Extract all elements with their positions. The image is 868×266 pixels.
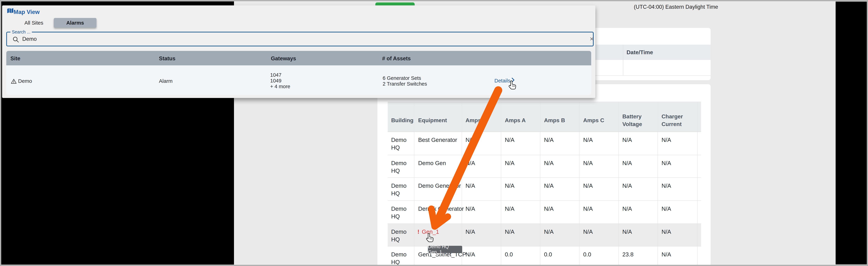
value-cell: N/A xyxy=(622,205,632,213)
value-cell: 0.0 xyxy=(505,251,513,258)
equipment-col-header: Equipment xyxy=(418,116,465,124)
col-gateways: Gateways xyxy=(271,55,296,62)
value-cell: N/A xyxy=(466,159,475,167)
value-cell: N/A xyxy=(505,205,515,213)
warning-triangle-icon xyxy=(11,78,17,84)
datetime-column-header: Date/Time xyxy=(626,49,653,56)
column-divider xyxy=(618,102,619,266)
details-link[interactable]: Details xyxy=(494,78,510,84)
column-divider xyxy=(540,102,540,266)
building-cell: Demo HQ xyxy=(391,159,411,175)
equipment-cell[interactable]: Derrick Generator xyxy=(418,205,464,213)
equipment-col-header: Amps A xyxy=(505,116,540,124)
row-divider xyxy=(388,201,701,201)
search-field: Search ... ✕ xyxy=(6,32,594,46)
value-cell: N/A xyxy=(466,251,475,258)
value-cell: N/A xyxy=(622,228,632,236)
value-cell: N/A xyxy=(544,136,554,144)
value-cell: N/A xyxy=(544,159,554,167)
black-window-right xyxy=(836,2,867,264)
value-cell: N/A xyxy=(544,205,554,213)
value-cell: N/A xyxy=(661,159,671,167)
datetime-column-divider xyxy=(623,45,623,75)
value-cell: N/A xyxy=(661,182,671,190)
tooltip: Demo HQ Gen_1 xyxy=(428,246,462,253)
value-cell: 23.8 xyxy=(622,251,633,258)
value-cell: N/A xyxy=(466,205,475,213)
screenshot-root: (UTC-04:00) Eastern Daylight Time Buildi… xyxy=(0,0,868,266)
col-status: Status xyxy=(159,55,176,62)
sites-table-header xyxy=(6,51,591,65)
equipment-col-header: Amps C xyxy=(583,116,618,124)
search-field-label: Search ... xyxy=(10,29,32,34)
equipment-cell[interactable]: !Gen_1 xyxy=(417,228,439,236)
column-divider xyxy=(579,102,580,266)
value-cell: N/A xyxy=(622,159,632,167)
timezone-label: (UTC-04:00) Eastern Daylight Time xyxy=(634,4,718,10)
value-cell: 0.0 xyxy=(583,251,591,258)
site-assets: 6 Generator Sets 2 Transfer Switches xyxy=(383,75,427,87)
equipment-col-header: Amps xyxy=(466,116,500,124)
building-cell: Demo HQ xyxy=(391,205,411,220)
value-cell: N/A xyxy=(466,228,475,236)
value-cell: N/A xyxy=(466,182,475,190)
building-cell: Demo HQ xyxy=(391,228,411,243)
value-cell: N/A xyxy=(661,136,671,144)
clear-search-icon[interactable]: ✕ xyxy=(588,35,595,43)
value-cell: N/A xyxy=(544,182,554,190)
row-divider xyxy=(388,178,701,178)
value-cell: N/A xyxy=(505,182,515,190)
value-cell: N/A xyxy=(583,228,593,236)
search-icon xyxy=(12,36,20,43)
value-cell: N/A xyxy=(661,205,671,213)
value-cell: N/A xyxy=(622,182,632,190)
tab-alarms[interactable]: Alarms xyxy=(54,18,96,28)
search-input[interactable] xyxy=(22,34,562,44)
value-cell: N/A xyxy=(661,251,671,258)
building-cell: Demo HQ xyxy=(391,182,411,197)
site-gateways: 1047 1049 + 4 more xyxy=(270,72,290,89)
value-cell: N/A xyxy=(583,182,593,190)
value-cell: N/A xyxy=(622,136,632,144)
column-divider xyxy=(414,102,414,266)
value-cell: N/A xyxy=(466,136,475,144)
equipment-cell[interactable]: Demo Generator xyxy=(418,182,461,190)
building-cell: Demo HQ xyxy=(391,136,411,152)
column-divider xyxy=(462,102,462,266)
column-divider xyxy=(501,102,501,266)
equipment-cell[interactable]: Demo Gen xyxy=(418,159,446,167)
equipment-col-header: Charger Current xyxy=(661,113,690,128)
column-divider xyxy=(697,102,698,266)
row-divider xyxy=(388,223,701,224)
value-cell: N/A xyxy=(583,136,593,144)
equipment-col-header: Amps B xyxy=(544,116,579,124)
chevron-right-icon[interactable] xyxy=(511,77,515,83)
sites-table-card: Site Status Gateways # of Assets Demo Al… xyxy=(6,51,591,95)
datetime-row-divider xyxy=(576,75,711,76)
value-cell: N/A xyxy=(583,159,593,167)
map-view-panel: Map View All Sites Alarms Search ... ✕ S… xyxy=(2,5,595,98)
column-divider xyxy=(657,102,658,266)
value-cell: N/A xyxy=(505,228,515,236)
value-cell: N/A xyxy=(583,205,593,213)
equipment-name-alert-link[interactable]: Gen_1 xyxy=(422,229,439,235)
value-cell: N/A xyxy=(505,136,515,144)
alert-exclamation-icon: ! xyxy=(417,229,420,235)
col-num-assets: # of Assets xyxy=(382,55,411,62)
value-cell: 0.0 xyxy=(544,251,552,258)
map-icon xyxy=(7,8,13,14)
site-status: Alarm xyxy=(159,78,173,84)
value-cell: N/A xyxy=(544,228,554,236)
site-name: Demo xyxy=(18,78,32,84)
datetime-card: Date/Time 12/11/2023 2:45 PM xyxy=(576,28,711,80)
equipment-cell[interactable]: Best Generator xyxy=(418,136,457,144)
tab-all-sites[interactable]: All Sites xyxy=(14,18,54,28)
value-cell: N/A xyxy=(505,159,515,167)
col-site: Site xyxy=(10,55,20,62)
header-bottom-divider xyxy=(388,132,701,132)
building-cell: Demo HQ xyxy=(391,251,411,266)
panel-title: Map View xyxy=(13,9,40,15)
equipment-col-header: Building xyxy=(391,116,417,124)
equipment-col-header: Battery Voltage xyxy=(622,113,649,128)
value-cell: N/A xyxy=(661,228,671,236)
